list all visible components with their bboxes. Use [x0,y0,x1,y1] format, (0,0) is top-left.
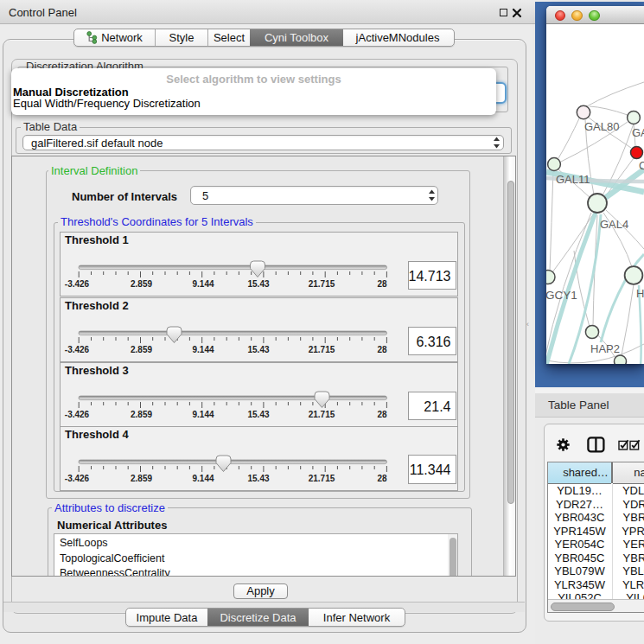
svg-text:CD: CD [639,159,644,172]
svg-text:-3.426: -3.426 [65,474,90,483]
svg-text:GA: GA [632,126,644,139]
svg-text:21.715: 21.715 [309,410,335,419]
svg-text:9.144: 9.144 [192,345,214,354]
svg-text:28: 28 [377,474,387,483]
svg-text:28: 28 [377,279,387,289]
svg-text:9.144: 9.144 [192,474,214,483]
svg-text:-3.426: -3.426 [65,410,90,419]
svg-text:2.859: 2.859 [131,279,152,289]
svg-text:15.43: 15.43 [247,474,269,483]
svg-text:GAL80: GAL80 [584,120,619,133]
svg-text:21.715: 21.715 [309,279,335,289]
svg-text:15.43: 15.43 [247,279,269,289]
svg-text:-3.426: -3.426 [65,345,90,354]
svg-text:9.144: 9.144 [192,410,214,419]
svg-text:21.715: 21.715 [309,474,335,483]
svg-text:28: 28 [377,345,387,354]
svg-text:2.859: 2.859 [131,410,152,419]
svg-text:HAP2: HAP2 [590,342,620,355]
svg-text:GCY1: GCY1 [546,289,577,302]
svg-text:GAL4: GAL4 [600,218,628,231]
svg-text:21.715: 21.715 [309,345,335,354]
svg-text:2.859: 2.859 [131,474,152,483]
svg-text:HT: HT [636,287,644,300]
svg-text:-3.426: -3.426 [65,279,90,289]
svg-text:28: 28 [377,410,387,419]
svg-text:2.859: 2.859 [131,345,152,354]
svg-text:15.43: 15.43 [247,410,269,419]
svg-text:9.144: 9.144 [192,279,214,289]
svg-text:GAL11: GAL11 [556,173,590,186]
svg-text:15.43: 15.43 [247,345,269,354]
